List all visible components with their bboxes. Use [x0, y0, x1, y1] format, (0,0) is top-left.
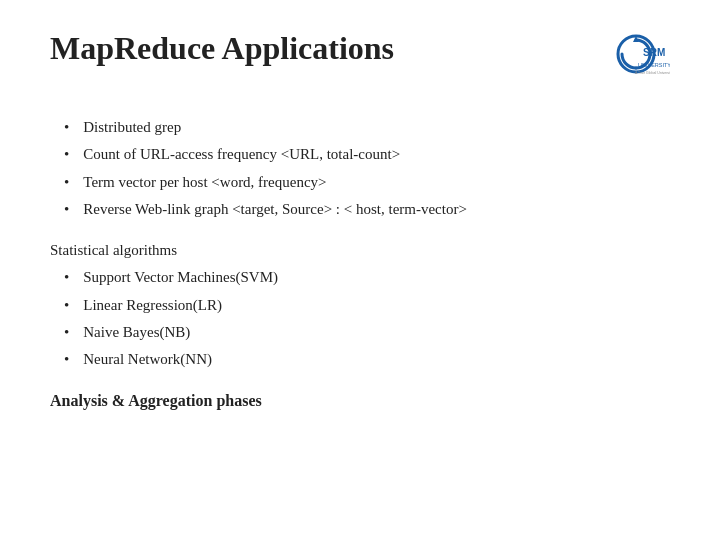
page-title: MapReduce Applications: [50, 30, 394, 67]
list-item: Count of URL-access frequency <URL, tota…: [50, 143, 670, 166]
list-item: Distributed grep: [50, 116, 670, 139]
list-item: Reverse Web-link graph <target, Source> …: [50, 198, 670, 221]
srm-logo: SRM UNIVERSITY A True Global University: [616, 34, 670, 88]
list-item: Neural Network(NN): [50, 348, 670, 371]
analysis-heading: Analysis & Aggregation phases: [50, 389, 670, 414]
main-bullets-list: Distributed grep Count of URL-access fre…: [50, 116, 670, 221]
statistical-bullets-list: Support Vector Machines(SVM) Linear Regr…: [50, 266, 670, 371]
list-item: Linear Regression(LR): [50, 294, 670, 317]
slide: MapReduce Applications SRM UNIVERSITY A …: [0, 0, 720, 540]
logo-area: SRM UNIVERSITY A True Global University: [616, 34, 670, 88]
list-item: Support Vector Machines(SVM): [50, 266, 670, 289]
list-item: Term vector per host <word, frequency>: [50, 171, 670, 194]
content-area: Distributed grep Count of URL-access fre…: [50, 116, 670, 414]
statistical-heading: Statistical algorithms: [50, 239, 670, 262]
svg-text:SRM: SRM: [643, 47, 665, 58]
list-item: Naive Bayes(NB): [50, 321, 670, 344]
slide-header: MapReduce Applications SRM UNIVERSITY A …: [50, 30, 670, 88]
svg-text:UNIVERSITY: UNIVERSITY: [638, 62, 670, 68]
svg-text:A True Global University: A True Global University: [635, 71, 670, 75]
